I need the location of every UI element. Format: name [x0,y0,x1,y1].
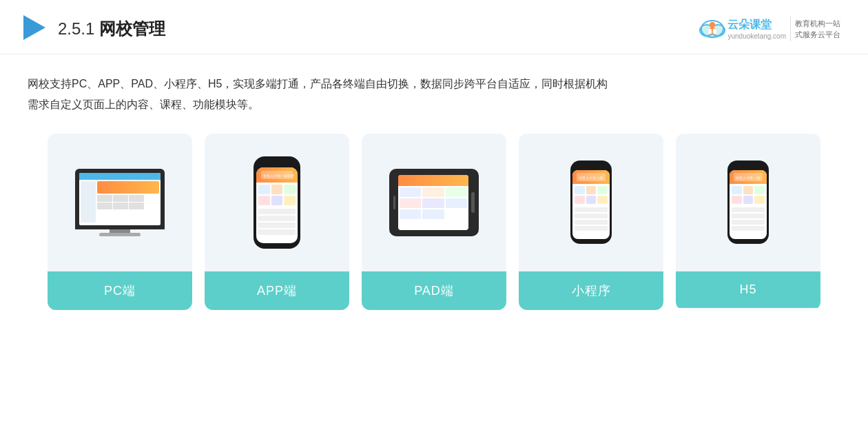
h5-row-1 [732,207,765,212]
svg-rect-7 [708,29,712,34]
pc-banner [97,181,159,194]
h5-phone-top: 创造人才第一届 [730,170,767,184]
pc-sidebar [81,181,96,223]
pad-block-8 [422,209,444,219]
h5-phone-notch [742,165,754,168]
phone-courses [256,207,298,236]
pad-top-banner [398,175,468,186]
course-row-4 [258,229,296,235]
h5-row-2 [732,214,765,218]
svg-text:创造人才第一届: 创造人才第一届 [579,176,603,180]
card-pc-label: PC端 [48,271,192,310]
h5-icon-5 [743,196,754,204]
h5-row-4 [732,226,765,231]
card-mini-image: 创造人才第一届 [519,134,663,271]
pc-device-mockup [75,169,165,236]
course-row-1 [258,209,296,214]
h5-phone-outer: 创造人才第一届 [727,161,769,244]
pad-block-4 [400,198,421,208]
pc-content [97,195,159,209]
pad-block-5 [422,198,444,208]
mini-row-3 [575,220,608,225]
h5-phone-screen: 创造人才第一届 [730,170,767,239]
svg-text:创造人才第一届: 创造人才第一届 [736,176,760,180]
yunduoke-icon [697,14,727,44]
pad-outer [389,169,479,236]
pad-btn-left [393,196,395,209]
pad-grid [398,186,468,220]
header: 2.5.1 网校管理 [0,0,868,54]
mini-phone-screen: 创造人才第一届 [572,170,610,239]
pad-device-mockup [389,169,479,236]
pc-main [97,181,159,223]
course-row-3 [258,223,296,228]
card-app-label: APP端 [205,271,349,310]
mini-icon-4 [575,196,585,204]
pad-btn-right [471,192,475,213]
pad-block-2 [422,187,444,197]
brand-divider [790,17,791,41]
card-pad: PAD端 [362,134,506,310]
header-left: 2.5.1 网校管理 [21,12,165,45]
logo-arrow-icon [21,12,48,45]
mini-row-2 [575,214,608,218]
h5-icon-1 [732,186,742,194]
mini-icon-5 [586,196,597,204]
phone-outer: 创造人才第一届冠楚课 [254,156,300,249]
svg-rect-8 [713,29,716,34]
title-text: 网校管理 [99,19,165,38]
h5-phone-rows [730,206,767,232]
h5-icon-3 [754,186,765,194]
desc-line2: 需求自定义页面上的内容、课程、功能模块等。 [28,94,840,115]
svg-marker-0 [23,15,45,40]
description-text: 网校支持PC、APP、PAD、小程序、H5，实现多端打通，产品各终端自由切换，数… [0,54,868,127]
phone-icon-6 [284,196,296,205]
phone-icon-3 [284,185,296,194]
pc-screen-outer [75,169,165,229]
pc-screen-inner [79,173,161,225]
h5-row-3 [732,220,765,225]
mini-phone-notch [585,165,597,168]
pc-block-4 [97,203,112,209]
card-pc-image [48,134,192,271]
pc-body [79,180,161,224]
brand-text: 云朵课堂 yunduoketang.com [727,18,786,40]
pc-block-1 [97,195,112,202]
mini-phone-top: 创造人才第一届 [572,170,610,184]
phone-app-mockup: 创造人才第一届冠楚课 [254,156,300,249]
h5-icon-6 [754,196,765,204]
card-h5-image: 创造人才第一届 [676,134,820,271]
phone-top-banner: 创造人才第一届冠楚课 [256,167,298,183]
phone-h5-mockup: 创造人才第一届 [727,161,769,244]
mini-icon-2 [586,186,597,194]
card-mini-label: 小程序 [519,271,663,310]
mini-icon-1 [575,186,585,194]
card-pad-image [362,134,506,271]
card-miniprogram: 创造人才第一届 [519,134,663,310]
card-app: 创造人才第一届冠楚课 [205,134,349,310]
brand-logo: 云朵课堂 yunduoketang.com 教育机构一站 式服务云平台 [697,14,840,44]
phone-icon-5 [271,196,283,205]
tagline-line1: 教育机构一站 [795,18,840,30]
pad-block-6 [446,198,467,208]
phone-mini-mockup: 创造人才第一届 [570,161,612,244]
card-h5: 创造人才第一届 [676,134,820,310]
pad-block-1 [400,187,421,197]
page-title: 2.5.1 网校管理 [58,18,165,40]
pad-screen [398,175,468,230]
mini-phone-icons [572,184,610,206]
phone-icon-1 [258,185,270,194]
phone-screen: 创造人才第一届冠楚课 [256,167,298,243]
desc-line1: 网校支持PC、APP、PAD、小程序、H5，实现多端打通，产品各终端自由切换，数… [28,74,840,94]
h5-phone-icons [730,184,767,206]
brand-name: 云朵课堂 [727,18,786,32]
pc-block-3 [129,195,144,202]
phone-icon-2 [271,185,283,194]
card-pc: PC端 [48,134,192,310]
tagline-line2: 式服务云平台 [795,29,840,41]
mini-phone-outer: 创造人才第一届 [570,161,612,244]
brand-tagline: 教育机构一站 式服务云平台 [795,18,840,41]
brand-website: yunduoketang.com [727,32,786,40]
phone-icons-grid [256,183,298,207]
card-h5-label: H5 [676,271,820,308]
